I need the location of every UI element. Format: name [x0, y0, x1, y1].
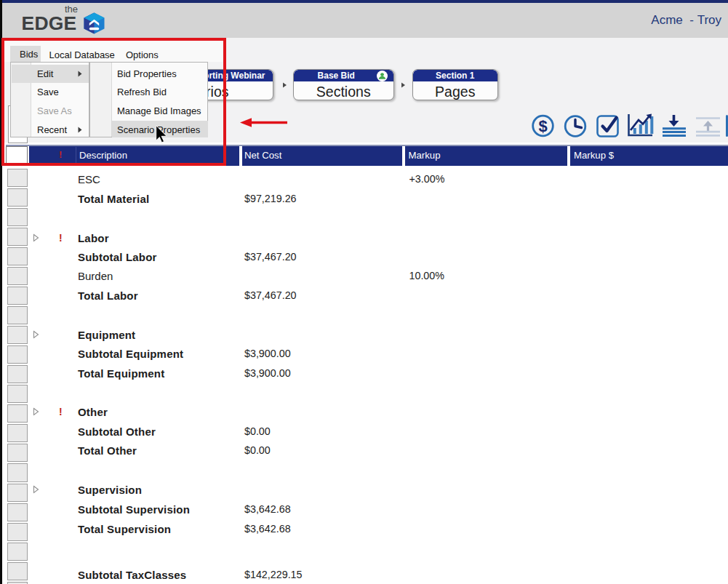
svg-text:$: $ — [538, 117, 547, 135]
